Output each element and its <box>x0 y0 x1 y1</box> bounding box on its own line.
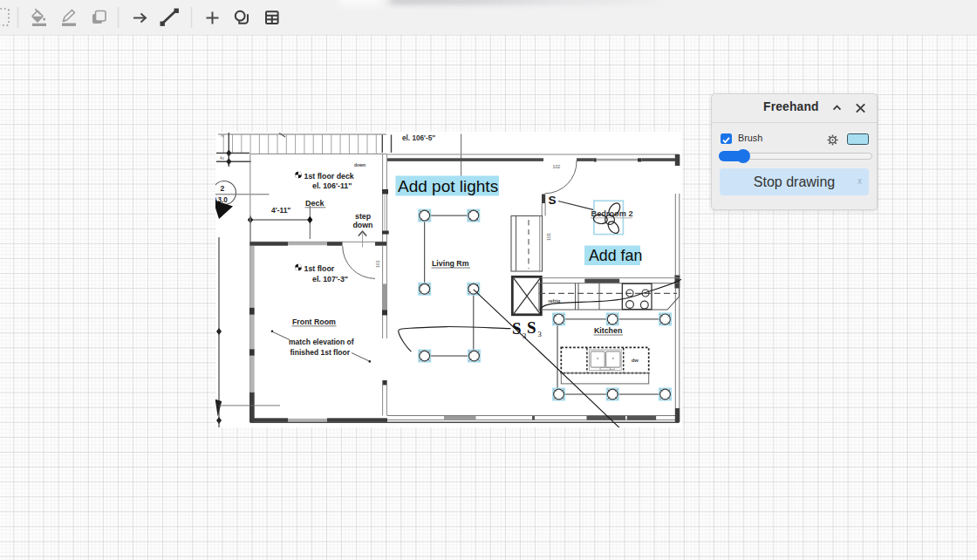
svg-text:Front Room: Front Room <box>292 318 336 326</box>
svg-text:el. 106'-11": el. 106'-11" <box>312 181 352 190</box>
svg-text:el. 106'-5": el. 106'-5" <box>402 134 435 142</box>
svg-text:1st floor deck: 1st floor deck <box>304 172 354 181</box>
svg-text:dw: dw <box>632 358 639 363</box>
svg-text:S: S <box>512 319 522 338</box>
svg-text:down: down <box>353 221 373 229</box>
svg-text:4o: 4o <box>220 156 225 160</box>
svg-text:S: S <box>527 318 536 337</box>
svg-text:4'-11": 4'-11" <box>271 206 290 215</box>
svg-text:step: step <box>355 212 372 221</box>
svg-text:Deck: Deck <box>305 199 325 208</box>
svg-text:102: 102 <box>553 164 561 169</box>
svg-text:Kitchen: Kitchen <box>594 326 622 335</box>
svg-text:1st floor: 1st floor <box>304 264 335 273</box>
svg-text:103: 103 <box>546 233 551 241</box>
svg-text:3: 3 <box>538 330 542 338</box>
svg-text:down: down <box>354 162 366 167</box>
svg-text:Living Rm: Living Rm <box>432 259 469 268</box>
svg-text:101: 101 <box>375 260 380 268</box>
svg-text:finished 1st floor: finished 1st floor <box>290 348 351 357</box>
svg-text:Add fan: Add fan <box>589 247 642 264</box>
svg-text:2: 2 <box>221 184 225 193</box>
svg-text:S: S <box>549 194 557 207</box>
svg-text:Add pot lights: Add pot lights <box>398 177 498 195</box>
svg-text:el. 107'-3": el. 107'-3" <box>312 275 348 283</box>
svg-text:match elevation of: match elevation of <box>289 338 354 346</box>
